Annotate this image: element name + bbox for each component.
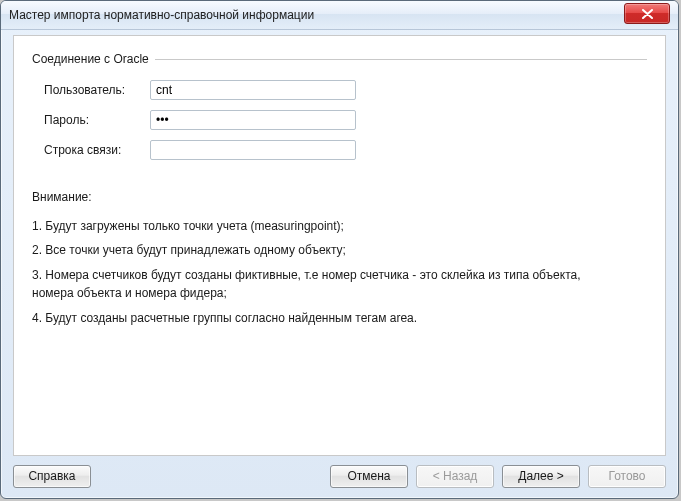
- password-input[interactable]: [150, 110, 356, 130]
- group-separator: [155, 59, 647, 60]
- password-label: Пароль:: [32, 113, 150, 127]
- window-close-button[interactable]: [624, 3, 670, 24]
- client-area: Соединение с Oracle Пользователь: Пароль…: [7, 35, 672, 456]
- connection-form: Пользователь: Пароль: Строка связи:: [32, 80, 647, 160]
- wizard-window: Мастер импорта нормативно-справочной инф…: [0, 0, 679, 499]
- titlebar[interactable]: Мастер импорта нормативно-справочной инф…: [1, 1, 678, 30]
- window-title: Мастер импорта нормативно-справочной инф…: [9, 8, 624, 22]
- user-row: Пользователь:: [32, 80, 647, 100]
- notice-title: Внимание:: [32, 188, 647, 207]
- connstr-input[interactable]: [150, 140, 356, 160]
- group-header: Соединение с Oracle: [32, 52, 647, 66]
- oracle-connection-group: Соединение с Oracle Пользователь: Пароль…: [32, 52, 647, 160]
- user-input[interactable]: [150, 80, 356, 100]
- next-button[interactable]: Далее >: [502, 465, 580, 488]
- notice-item: 2. Все точки учета будут принадлежать од…: [32, 241, 592, 260]
- close-icon: [642, 9, 653, 19]
- cancel-button[interactable]: Отмена: [330, 465, 408, 488]
- main-panel: Соединение с Oracle Пользователь: Пароль…: [13, 35, 666, 456]
- user-label: Пользователь:: [32, 83, 150, 97]
- notice-block: Внимание: 1. Будут загружены только точк…: [32, 188, 647, 328]
- notice-item: 1. Будут загружены только точки учета (m…: [32, 217, 592, 236]
- connstr-row: Строка связи:: [32, 140, 647, 160]
- wizard-footer: Справка Отмена < Назад Далее > Готово: [7, 460, 672, 492]
- notice-item: 4. Будут созданы расчетные группы соглас…: [32, 309, 592, 328]
- group-legend: Соединение с Oracle: [32, 52, 149, 66]
- password-row: Пароль:: [32, 110, 647, 130]
- connstr-label: Строка связи:: [32, 143, 150, 157]
- notice-item: 3. Номера счетчиков будут созданы фиктив…: [32, 266, 592, 303]
- help-button[interactable]: Справка: [13, 465, 91, 488]
- finish-button: Готово: [588, 465, 666, 488]
- back-button: < Назад: [416, 465, 494, 488]
